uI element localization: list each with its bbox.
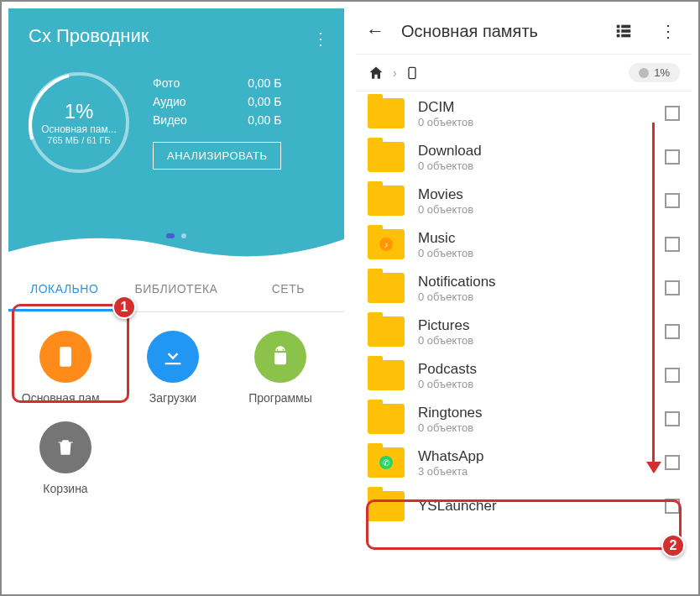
svg-rect-4 — [621, 25, 630, 29]
svg-rect-8 — [621, 34, 630, 38]
trash-icon — [39, 421, 91, 473]
folder-meta: Notifications0 объектов — [418, 274, 651, 303]
breadcrumb-separator: › — [393, 66, 397, 80]
back-arrow-icon[interactable]: ← — [366, 20, 384, 42]
svg-rect-5 — [617, 29, 620, 33]
overflow-menu-icon[interactable]: ⋮ — [312, 29, 329, 49]
storage-size: 765 МБ / 61 ГБ — [47, 135, 110, 145]
annotation-badge-2: 2 — [661, 534, 685, 557]
folder-checkbox[interactable] — [665, 455, 680, 470]
annotation-badge-1: 1 — [112, 295, 136, 319]
folder-icon — [368, 491, 405, 521]
folder-name: DCIM — [418, 99, 651, 116]
overflow-menu-icon[interactable]: ⋮ — [655, 21, 682, 41]
folder-meta: YSLauncher — [418, 498, 651, 515]
folder-sub: 3 объекта — [418, 465, 651, 478]
folder-sub: 0 объектов — [418, 290, 651, 303]
folder-meta: Pictures0 объектов — [418, 317, 651, 347]
app-title: Cx Проводник — [8, 8, 344, 64]
location-trash[interactable]: Корзина — [15, 416, 116, 500]
tab-local[interactable]: ЛОКАЛЬНО — [8, 269, 120, 311]
tab-bar: ЛОКАЛЬНО БИБЛИОТЕКА СЕТЬ — [8, 269, 344, 312]
folder-sub: 0 объектов — [418, 421, 651, 434]
folder-meta: Podcasts0 объектов — [418, 361, 651, 390]
svg-rect-9 — [409, 67, 415, 78]
svg-rect-6 — [621, 29, 630, 33]
folder-name: Pictures — [418, 317, 651, 334]
folder-meta: Movies0 объектов — [418, 186, 651, 216]
svg-rect-7 — [617, 34, 620, 38]
folder-sub: 0 объектов — [418, 159, 651, 172]
folder-meta: Music0 объектов — [418, 230, 651, 259]
folder-meta: Download0 объектов — [418, 143, 651, 172]
folder-checkbox[interactable] — [665, 411, 680, 426]
folder-icon — [368, 273, 405, 303]
tab-library[interactable]: БИБЛИОТЕКА — [120, 269, 232, 311]
folder-name: YSLauncher — [418, 498, 651, 515]
folder-icon: ♪ — [368, 229, 405, 259]
storage-percent: 1% — [65, 100, 94, 123]
folder-meta: WhatsApp3 объекта — [418, 448, 651, 478]
folder-checkbox[interactable] — [665, 280, 680, 295]
folder-icon — [368, 360, 405, 390]
media-stats: Фото0,00 Б Аудио0,00 Б Видео0,00 Б АНАЛИ… — [153, 76, 281, 170]
svg-rect-0 — [60, 347, 71, 366]
svg-rect-3 — [617, 25, 620, 29]
folder-item[interactable]: Podcasts0 объектов — [356, 353, 692, 397]
file-list[interactable]: DCIM0 объектовDownload0 объектовMovies0 … — [356, 91, 692, 587]
device-icon[interactable] — [405, 65, 419, 81]
android-icon — [254, 331, 306, 383]
header-panel: Cx Проводник ⋮ 1% Основная пам... 765 МБ… — [8, 8, 344, 269]
folder-item[interactable]: Ringtones0 объектов — [356, 397, 692, 441]
analyze-button[interactable]: АНАЛИЗИРОВАТЬ — [153, 142, 281, 170]
right-phone-screen: ← Основная память ⋮ › 1% DCIM0 объектовD… — [356, 8, 692, 588]
folder-sub: 0 объектов — [418, 203, 651, 216]
folder-name: Ringtones — [418, 405, 651, 421]
folder-checkbox[interactable] — [665, 149, 680, 165]
folder-meta: Ringtones0 объектов — [418, 405, 651, 434]
view-list-icon[interactable] — [609, 22, 638, 40]
folder-item[interactable]: DCIM0 объектов — [356, 91, 692, 135]
folder-checkbox[interactable] — [665, 324, 680, 339]
location-apps[interactable]: Программы — [230, 326, 331, 410]
folder-name: Download — [418, 143, 651, 159]
folder-item[interactable]: ♪Music0 объектов — [356, 222, 692, 266]
folder-sub: 0 объектов — [418, 334, 651, 347]
folder-item[interactable]: ✆WhatsApp3 объекта — [356, 441, 692, 484]
annotation-arrow — [652, 123, 655, 472]
folder-item[interactable]: Movies0 объектов — [356, 179, 692, 222]
download-icon — [147, 331, 199, 383]
folder-name: Music — [418, 230, 651, 247]
folder-checkbox[interactable] — [665, 237, 680, 252]
location-downloads[interactable]: Загрузки — [123, 326, 223, 410]
right-header: ← Основная память ⋮ — [356, 8, 692, 55]
folder-icon — [368, 98, 405, 128]
folder-item[interactable]: Pictures0 объектов — [356, 310, 692, 353]
folder-item[interactable]: YSLauncher — [356, 484, 692, 528]
folder-icon — [368, 404, 405, 434]
left-phone-screen: Cx Проводник ⋮ 1% Основная пам... 765 МБ… — [8, 8, 344, 588]
storage-label: Основная пам... — [41, 123, 117, 135]
location-grid: Основная пам... Загрузки Программы Корзи… — [8, 312, 344, 514]
location-storage[interactable]: Основная пам... — [15, 326, 116, 410]
folder-item[interactable]: Download0 объектов — [356, 135, 692, 179]
storage-chart[interactable]: 1% Основная пам... 765 МБ / 61 ГБ — [29, 72, 129, 173]
folder-item[interactable]: Notifications0 объектов — [356, 266, 692, 310]
svg-point-2 — [283, 349, 285, 351]
folder-name: Podcasts — [418, 361, 651, 378]
folder-sub: 0 объектов — [418, 116, 651, 128]
folder-checkbox[interactable] — [665, 499, 680, 514]
folder-checkbox[interactable] — [665, 193, 680, 208]
storage-indicator[interactable]: 1% — [629, 63, 680, 82]
folder-sub: 0 объектов — [418, 247, 651, 259]
folder-checkbox[interactable] — [665, 106, 680, 121]
svg-point-1 — [277, 349, 279, 351]
home-icon[interactable] — [368, 65, 384, 81]
tab-network[interactable]: СЕТЬ — [232, 269, 344, 311]
folder-name: Notifications — [418, 274, 651, 290]
folder-meta: DCIM0 объектов — [418, 99, 651, 128]
folder-checkbox[interactable] — [665, 368, 680, 383]
folder-sub: 0 объектов — [418, 378, 651, 390]
wave-decoration — [8, 227, 344, 269]
folder-icon: ✆ — [368, 447, 405, 478]
